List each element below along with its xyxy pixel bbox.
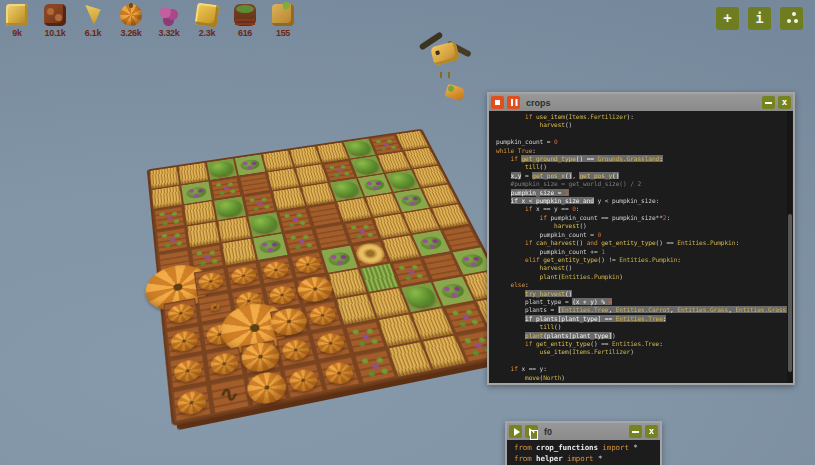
power-icon — [158, 4, 180, 26]
crops-code-editor[interactable]: if use_item(Items.Fertilizer): harvest()… — [489, 111, 793, 383]
add-window-button[interactable]: + — [716, 7, 739, 30]
close-icon[interactable]: x — [778, 96, 791, 109]
farm-tile-tree — [214, 196, 246, 220]
minimize-button[interactable] — [629, 425, 642, 438]
scrollbar-thumb[interactable] — [788, 214, 792, 372]
pumpkin — [210, 351, 240, 376]
sunflower-bloom — [356, 243, 385, 264]
code-line: harvest() — [496, 222, 785, 230]
code-line: move(North) — [496, 374, 785, 382]
pause-button[interactable] — [507, 96, 520, 109]
dead-plant-glyph: ∿ — [217, 380, 242, 407]
crops-window-title: crops — [526, 98, 759, 108]
tree-canopy — [353, 157, 380, 174]
resource-wood[interactable]: 10.1k — [42, 4, 68, 38]
code-window-f0: f0 x from crop_functions import *from he… — [505, 421, 662, 465]
info-button[interactable]: i — [748, 7, 771, 30]
tree-canopy — [388, 171, 417, 189]
close-icon[interactable]: x — [645, 425, 658, 438]
hay-icon — [6, 4, 28, 26]
code-line: x,y = get_pos_x(), get_pos_y() — [496, 172, 785, 180]
code-line: from helper import * — [514, 453, 652, 464]
f0-window-title: f0 — [544, 427, 626, 437]
resource-barrel[interactable]: 616 — [232, 4, 258, 38]
farm-tile-pumpkin-small — [166, 325, 203, 358]
pumpkin — [173, 358, 203, 384]
code-window-crops: crops x if use_item(Items.Fertilizer): h… — [487, 92, 795, 385]
code-line: while True: — [496, 147, 785, 155]
pumpkin — [170, 329, 198, 353]
f0-window-header[interactable]: f0 x — [507, 423, 660, 440]
farm-tile-berry-bush — [321, 246, 357, 273]
code-line: pumpkin_size = 5 — [496, 189, 785, 197]
resource-gold[interactable]: 2.3k — [194, 4, 220, 38]
farm-tile-wheat — [222, 239, 256, 266]
stop-button[interactable] — [491, 96, 504, 109]
code-line: if x < pumpkin_size and y < pumpkin_size… — [496, 197, 785, 205]
pumpkin — [308, 304, 338, 327]
code-line: plant(Entities.Pumpkin) — [496, 273, 785, 281]
resource-bar: 9k10.1k6.1k3.26k3.32k2.3k616155 — [4, 4, 296, 38]
wood-icon — [44, 4, 66, 26]
berry-bush-blob — [239, 159, 260, 172]
farm-tile-berry-bush — [253, 234, 287, 260]
code-line: if use_item(Items.Fertilizer): — [496, 113, 785, 121]
pumpkin — [198, 271, 225, 292]
resource-carrot[interactable]: 6.1k — [80, 4, 106, 38]
code-line: plants = [Entities.Tree, Entities.Carrot… — [496, 306, 785, 314]
code-line: if get_entity_type() == Entities.Tree: — [496, 340, 785, 348]
pumpkin — [230, 265, 257, 286]
barrel-icon — [234, 4, 256, 26]
code-line: till() — [496, 323, 785, 331]
farm-tile-wheat — [267, 168, 299, 190]
farm-tile-carrot-patch — [210, 177, 241, 199]
farm-tile-pumpkin-small — [194, 267, 229, 296]
code-line: if can_harvest() and get_entity_type() =… — [496, 239, 785, 247]
carrot-count: 6.1k — [85, 28, 101, 38]
run-button[interactable] — [509, 425, 522, 438]
farm-tile-carrot-patch — [323, 160, 355, 181]
code-line: if plants[plant_type] == Entities.Tree: — [496, 315, 785, 323]
resource-hay[interactable]: 9k — [4, 4, 30, 38]
seedling-icon — [272, 4, 294, 26]
tree-canopy — [209, 160, 234, 177]
farm-tile-wheat — [184, 201, 215, 225]
code-line: try_harvest() — [496, 290, 785, 298]
pumpkin — [268, 284, 296, 306]
pumpkin — [323, 360, 355, 386]
drone-body — [430, 41, 460, 66]
farm-tile-carrot-patch — [154, 206, 185, 230]
power-count: 3.32k — [158, 28, 179, 38]
code-line: #pumpkin_size = get_world_size() / 2 — [496, 180, 785, 188]
pumpkin — [281, 338, 312, 363]
code-line: use_item(Items.Fertilizer) — [496, 348, 785, 356]
resource-pumpkin[interactable]: 3.26k — [118, 4, 144, 38]
farm-tile-pumpkin-small — [205, 347, 243, 382]
code-line: pumpkin_count = 0 — [496, 231, 785, 239]
resource-power[interactable]: 3.32k — [156, 4, 182, 38]
farm-tile-tilled-soil — [239, 173, 270, 195]
farm-tile-pumpkin-small — [319, 356, 361, 392]
code-line: elif get_entity_type() != Entities.Pumpk… — [496, 256, 785, 264]
crops-window-header[interactable]: crops x — [489, 94, 793, 111]
step-button[interactable] — [525, 425, 538, 438]
code-line: plant_type = (x + y) % 4 — [496, 298, 785, 306]
farm-tile-wheat — [187, 222, 219, 247]
farm-tile-pumpkin-small — [169, 353, 207, 388]
farm-tile-pumpkin-small — [283, 363, 324, 399]
resource-seedling[interactable]: 155 — [270, 4, 296, 38]
minimize-button[interactable] — [762, 96, 775, 109]
gold-icon — [195, 3, 220, 28]
tree-canopy — [404, 284, 438, 308]
f0-code-editor[interactable]: from crop_functions import *from helper … — [507, 440, 660, 465]
carrot-icon — [82, 4, 104, 26]
code-line: if get_ground_type() == Grounds.Grasslan… — [496, 155, 785, 163]
farm-tile-wheat — [296, 164, 328, 186]
barrel-count: 616 — [238, 28, 252, 38]
code-line: if x == y == 0: — [496, 205, 785, 213]
layout-button[interactable] — [780, 7, 803, 30]
code-scrollbar[interactable] — [787, 111, 792, 383]
pumpkin — [288, 367, 320, 393]
farm-tile-wheat — [273, 187, 306, 210]
farm-tile-dead-plant: ∿ — [210, 377, 250, 414]
